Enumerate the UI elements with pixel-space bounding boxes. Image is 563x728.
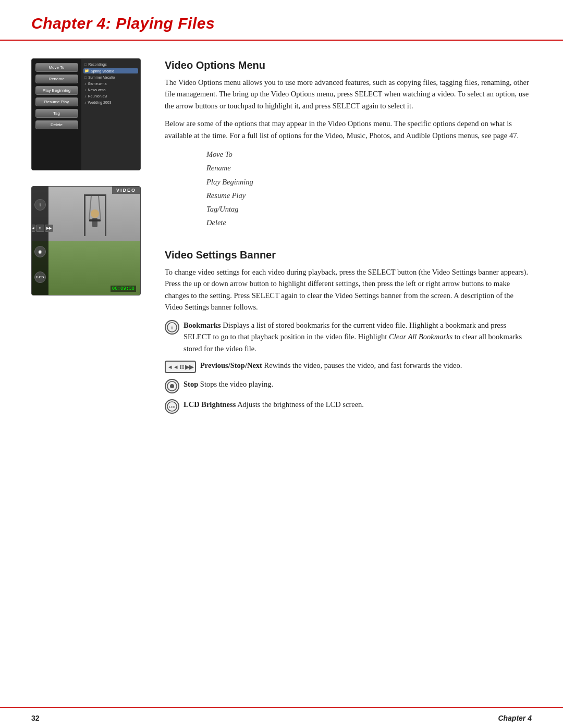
stop-icon: ◉ bbox=[34, 246, 46, 257]
list-item: Rename bbox=[206, 161, 532, 175]
swing-post-left bbox=[84, 194, 85, 236]
file-name: Recordings bbox=[88, 63, 106, 66]
svg-text:i: i bbox=[172, 325, 173, 330]
right-column: Video Options Menu The Video Options men… bbox=[165, 56, 532, 419]
prev-stop-next-label: Previous/Stop/Next bbox=[200, 361, 262, 369]
section2-title: Video Settings Banner bbox=[165, 249, 532, 261]
folder-icon: □ bbox=[84, 63, 87, 66]
list-item: Delete bbox=[206, 216, 532, 229]
bookmarks-feature-text: Bookmarks Displays a list of stored book… bbox=[183, 319, 532, 354]
forward-icon: ▶▶ bbox=[45, 225, 53, 232]
pause-sym: II bbox=[180, 364, 185, 370]
rewind-icon: ◄◄ bbox=[32, 225, 35, 232]
bookmarks-label: Bookmarks bbox=[183, 321, 221, 329]
chapter-title: Chapter 4: Playing Files bbox=[31, 15, 215, 32]
feature-prev-stop-next: ◄◄ II ▶▶ Previous/Stop/Next Rewinds the … bbox=[165, 360, 532, 373]
playback-controls: ◄◄ II ▶▶ bbox=[32, 225, 53, 232]
list-item: Move To bbox=[206, 147, 532, 161]
swing-post-right bbox=[105, 194, 106, 236]
svg-point-3 bbox=[170, 384, 174, 388]
list-item: ♪ Game.wma bbox=[83, 81, 138, 86]
lcd-icon: LCD bbox=[34, 272, 46, 283]
menu-btn-delete: Delete bbox=[35, 120, 78, 129]
file-name: Spring Vacatio bbox=[91, 69, 114, 73]
svg-text:LCD: LCD bbox=[169, 405, 176, 409]
footer-chapter-label: Chapter 4 bbox=[498, 714, 532, 722]
chapter-header: Chapter 4: Playing Files bbox=[0, 0, 563, 41]
menu-btn-playbeginning: Play Beginning bbox=[35, 86, 78, 95]
stop-description: Stops the video playing. bbox=[200, 380, 273, 388]
prev-stop-next-icon: ◄◄ II ▶▶ bbox=[165, 361, 196, 373]
list-item: Play Beginning bbox=[206, 175, 532, 189]
section2-para1: To change video settings for each video … bbox=[165, 266, 532, 313]
list-item: Resume Play bbox=[206, 189, 532, 202]
feature-bookmarks: i Bookmarks Displays a list of stored bo… bbox=[165, 319, 532, 354]
bookmarks-description: Displays a list of stored bookmarks for … bbox=[183, 321, 522, 353]
stop-label: Stop bbox=[183, 380, 198, 388]
left-column: Move To Rename Play Beginning Resume Pla… bbox=[31, 56, 146, 419]
menu-screenshot: Move To Rename Play Beginning Resume Pla… bbox=[31, 58, 141, 170]
video-label: VIDEO bbox=[112, 187, 140, 194]
section1-title: Video Options Menu bbox=[165, 59, 532, 71]
list-item: ♪ News.wma bbox=[83, 88, 138, 92]
file-name: Game.wma bbox=[88, 82, 107, 85]
menu-btn-moveto: Move To bbox=[35, 63, 78, 72]
stop-feature-text: Stop Stops the video playing. bbox=[183, 378, 273, 390]
lcd-feature-icon: LCD bbox=[165, 399, 179, 414]
page-footer: 32 Chapter 4 bbox=[0, 707, 563, 728]
feature-lcd: LCD LCD Brightness Adjusts the brightnes… bbox=[165, 399, 532, 414]
swing-seat bbox=[89, 219, 101, 221]
file-name: Reunion.avi bbox=[88, 94, 107, 98]
menu-btn-rename: Rename bbox=[35, 75, 78, 83]
pause-icon: II bbox=[36, 225, 44, 232]
section1-para2: Below are some of the options that may a… bbox=[165, 118, 532, 141]
folder-icon: 📁 bbox=[84, 69, 89, 73]
content-area: Move To Rename Play Beginning Resume Pla… bbox=[0, 41, 563, 435]
video-icon: ♪ bbox=[84, 94, 87, 98]
child-head bbox=[91, 209, 99, 218]
list-item: ♪ Reunion.avi bbox=[83, 94, 138, 98]
music-icon: ♪ bbox=[84, 88, 87, 92]
bookmarks-icon: i bbox=[34, 199, 46, 211]
options-list: Move To Rename Play Beginning Resume Pla… bbox=[206, 147, 532, 229]
rewind-sym: ◄◄ bbox=[167, 364, 179, 370]
list-item: 📁 Spring Vacatio bbox=[83, 68, 138, 73]
feature-stop: Stop Stops the video playing. bbox=[165, 378, 532, 393]
video-icon: ♪ bbox=[84, 101, 87, 104]
list-item: ♪ Wedding 2003 bbox=[83, 100, 138, 105]
stop-feature-icon bbox=[165, 379, 179, 393]
list-item: Tag/Untag bbox=[206, 202, 532, 216]
file-name: Wedding 2003 bbox=[88, 101, 112, 104]
video-timestamp: 00:09:38 bbox=[111, 286, 136, 292]
section1-para1: The Video Options menu allows you to use… bbox=[165, 77, 532, 112]
file-name: Summer Vacatio bbox=[88, 76, 115, 79]
lcd-feature-text: LCD Brightness Adjusts the brightness of… bbox=[183, 399, 364, 410]
list-item: □ Summer Vacatio bbox=[83, 75, 138, 80]
video-controls: i ◄◄ II ▶▶ ◉ LCD bbox=[32, 187, 48, 295]
lcd-label: LCD Brightness bbox=[183, 400, 236, 409]
menu-btn-resumeplay: Resume Play bbox=[35, 97, 78, 106]
swing-bar bbox=[84, 194, 106, 196]
forward-sym: ▶▶ bbox=[185, 364, 193, 371]
prev-stop-next-text: Previous/Stop/Next Rewinds the video, pa… bbox=[200, 360, 462, 371]
video-content: VIDEO i ◄◄ II ▶▶ ◉ LCD 00:09:38 bbox=[32, 187, 140, 295]
folder-icon: □ bbox=[84, 76, 87, 79]
list-item: □ Recordings bbox=[83, 62, 138, 67]
prev-stop-next-description: Rewinds the video, pauses the video, and… bbox=[264, 361, 462, 369]
music-icon: ♪ bbox=[84, 82, 87, 85]
bookmarks-feature-icon: i bbox=[165, 320, 179, 335]
file-list-panel: □ Recordings 📁 Spring Vacatio □ Summer V… bbox=[81, 59, 140, 170]
menu-buttons-panel: Move To Rename Play Beginning Resume Pla… bbox=[32, 59, 81, 170]
video-screenshot: VIDEO i ◄◄ II ▶▶ ◉ LCD 00:09:38 bbox=[31, 186, 141, 295]
footer-page-number: 32 bbox=[31, 714, 40, 722]
lcd-description: Adjusts the brightness of the LCD screen… bbox=[237, 400, 364, 409]
menu-btn-tag: Tag bbox=[35, 109, 78, 118]
file-name: News.wma bbox=[88, 88, 106, 92]
